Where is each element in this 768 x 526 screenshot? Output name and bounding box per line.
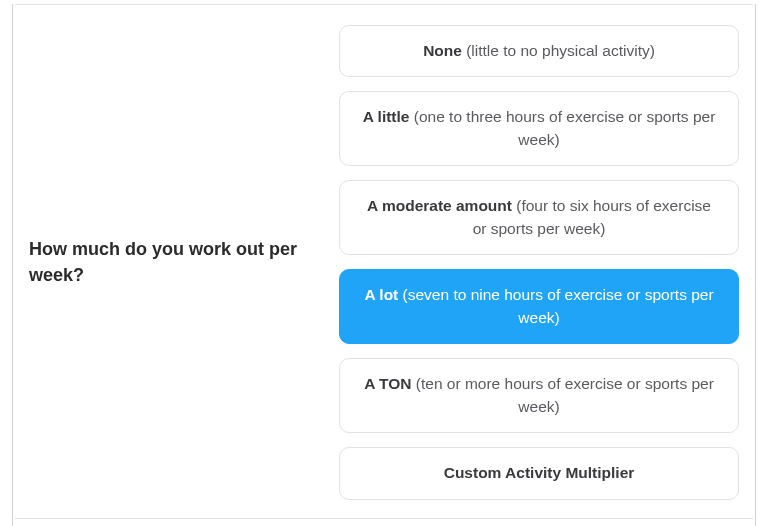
option-desc: (one to three hours of exercise or sport… xyxy=(414,108,716,147)
option-label: A moderate amount xyxy=(367,197,516,214)
question-label: How much do you work out per week? xyxy=(21,236,311,288)
divider-top xyxy=(15,4,753,5)
option-custom-multiplier[interactable]: Custom Activity Multiplier xyxy=(339,447,739,499)
option-a-moderate-amount[interactable]: A moderate amount (four to six hours of … xyxy=(339,180,739,255)
option-label: Custom Activity Multiplier xyxy=(444,464,635,481)
option-a-ton[interactable]: A TON (ten or more hours of exercise or … xyxy=(339,358,739,433)
option-none[interactable]: None (little to no physical activity) xyxy=(339,25,739,77)
option-label: A lot xyxy=(364,286,402,303)
option-a-lot[interactable]: A lot (seven to nine hours of exercise o… xyxy=(339,269,739,344)
option-desc: (little to no physical activity) xyxy=(466,42,655,59)
option-a-little[interactable]: A little (one to three hours of exercise… xyxy=(339,91,739,166)
option-label: A little xyxy=(363,108,414,125)
option-desc: (ten or more hours of exercise or sports… xyxy=(416,375,714,414)
options-group: None (little to no physical activity) A … xyxy=(339,25,747,500)
option-label: None xyxy=(423,42,466,59)
form-panel: How much do you work out per week? None … xyxy=(12,4,756,526)
option-desc: (seven to nine hours of exercise or spor… xyxy=(403,286,714,325)
question-row: How much do you work out per week? None … xyxy=(15,25,753,500)
option-label: A TON xyxy=(364,375,416,392)
divider-bottom xyxy=(15,518,753,519)
